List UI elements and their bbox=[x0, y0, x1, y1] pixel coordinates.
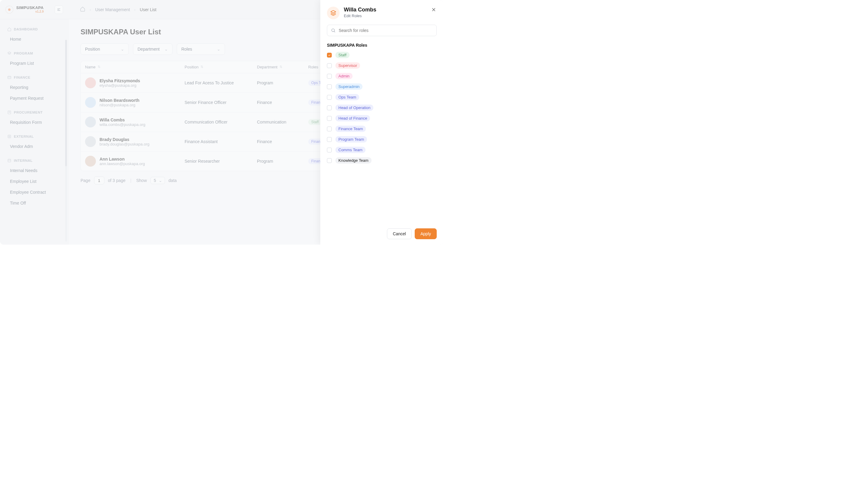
cell-department: Program bbox=[257, 80, 308, 85]
checkbox[interactable] bbox=[327, 105, 332, 110]
role-item-comms-team[interactable]: Comms Team bbox=[327, 147, 437, 153]
show-value: 5 bbox=[154, 178, 156, 183]
checkbox[interactable] bbox=[327, 95, 332, 100]
apply-button[interactable]: Apply bbox=[415, 228, 437, 239]
chevron-right-icon: › bbox=[134, 7, 136, 12]
role-item-admin[interactable]: Admin bbox=[327, 73, 437, 79]
checkbox[interactable] bbox=[327, 158, 332, 163]
home-icon[interactable] bbox=[80, 6, 85, 13]
search-roles-input[interactable] bbox=[339, 28, 433, 33]
role-item-head-of-operation[interactable]: Head of Operation bbox=[327, 105, 437, 111]
cell-department: Program bbox=[257, 159, 308, 164]
role-label: Head of Finance bbox=[335, 115, 370, 122]
filter-position[interactable]: Position ⌄ bbox=[81, 43, 129, 55]
sidebar-item-requisition-form[interactable]: Requisition Form bbox=[0, 117, 68, 128]
role-label: Program Team bbox=[335, 136, 367, 142]
sidebar-item-time-off[interactable]: Time Off bbox=[0, 198, 68, 208]
checkbox[interactable] bbox=[327, 74, 332, 79]
search-roles-input-wrapper[interactable] bbox=[327, 25, 437, 36]
cell-name: Willa Combs willa.combs@puskapa.org bbox=[85, 116, 185, 128]
th-department[interactable]: Department bbox=[257, 65, 308, 69]
sidebar-item-program-list[interactable]: Program List bbox=[0, 58, 68, 69]
user-name: Brady Douglas bbox=[99, 137, 149, 142]
sidebar: DASHBOARDHomePROGRAMProgram ListFINANCER… bbox=[0, 19, 68, 245]
role-label: Comms Team bbox=[335, 147, 366, 153]
user-email: nilson@puskapa.org bbox=[99, 103, 140, 107]
role-item-head-of-finance[interactable]: Head of Finance bbox=[327, 115, 437, 122]
avatar bbox=[85, 116, 96, 128]
page-input[interactable] bbox=[94, 176, 104, 184]
role-item-superadmin[interactable]: Superadmin bbox=[327, 83, 437, 90]
page-label: Page bbox=[81, 178, 91, 183]
user-name: Elysha Fitzsymonds bbox=[99, 78, 140, 83]
close-icon bbox=[431, 7, 436, 12]
checkbox[interactable] bbox=[327, 127, 332, 131]
role-label: Knowledge Team bbox=[335, 157, 372, 164]
checkbox[interactable] bbox=[327, 53, 332, 58]
avatar bbox=[85, 97, 96, 108]
cell-name: Elysha Fitzsymonds elysha@puskapa.org bbox=[85, 77, 185, 88]
checkbox[interactable] bbox=[327, 148, 332, 152]
svg-rect-4 bbox=[8, 76, 11, 79]
sidebar-item-employee-list[interactable]: Employee List bbox=[0, 176, 68, 187]
scrollbar-thumb[interactable] bbox=[65, 40, 67, 166]
th-position[interactable]: Position bbox=[185, 65, 257, 69]
nav-section-label: PROGRAM bbox=[14, 52, 33, 55]
sort-icon bbox=[279, 65, 283, 69]
role-item-staff[interactable]: Staff bbox=[327, 52, 437, 58]
role-label: Finance Team bbox=[335, 126, 366, 132]
user-name: Ann Lawson bbox=[99, 157, 145, 162]
role-item-ops-team[interactable]: Ops Team bbox=[327, 94, 437, 100]
role-item-knowledge-team[interactable]: Knowledge Team bbox=[327, 157, 437, 164]
user-name: Willa Combs bbox=[99, 117, 145, 122]
filter-department[interactable]: Department ⌄ bbox=[133, 43, 173, 55]
show-select[interactable]: 5 ⌄ bbox=[151, 177, 165, 184]
breadcrumb-user-management[interactable]: User Management bbox=[95, 7, 130, 12]
logo-icon bbox=[5, 6, 13, 13]
sidebar-item-home[interactable]: Home bbox=[0, 34, 68, 44]
filter-roles[interactable]: Roles ⌄ bbox=[177, 43, 225, 55]
edit-roles-drawer: Willa Combs Edit Roles SIMPUSKAPA Roles … bbox=[320, 0, 443, 245]
checkbox[interactable] bbox=[327, 84, 332, 89]
breadcrumb-current: User List bbox=[140, 7, 157, 12]
cell-position: Senior Researcher bbox=[185, 159, 257, 164]
role-item-supervisor[interactable]: Supervisor bbox=[327, 62, 437, 69]
checkbox[interactable] bbox=[327, 137, 332, 142]
brand-block: SIMPUSKAPA v1.2.9 bbox=[0, 0, 68, 19]
page-of-text: of 3 page bbox=[108, 178, 125, 183]
role-label: Ops Team bbox=[335, 94, 359, 100]
role-item-finance-team[interactable]: Finance Team bbox=[327, 126, 437, 132]
user-email: willa.combs@puskapa.org bbox=[99, 122, 145, 127]
nav-section-program: PROGRAM bbox=[0, 49, 68, 58]
sort-icon bbox=[200, 65, 204, 69]
chevron-down-icon: ⌄ bbox=[217, 47, 220, 52]
role-label: Admin bbox=[335, 73, 352, 79]
sidebar-toggle-button[interactable] bbox=[55, 5, 63, 14]
sidebar-item-employee-contract[interactable]: Employee Contract bbox=[0, 187, 68, 198]
sidebar-item-reporting[interactable]: Reporting bbox=[0, 82, 68, 93]
brand-name: SIMPUSKAPA bbox=[16, 6, 44, 10]
checkbox[interactable] bbox=[327, 116, 332, 121]
filter-label: Roles bbox=[181, 47, 192, 52]
cell-position: Communication Officer bbox=[185, 119, 257, 125]
role-label: Supervisor bbox=[335, 62, 360, 69]
nav-section-label: PROCUREMENT bbox=[14, 110, 43, 114]
sidebar-item-internal-needs[interactable]: Internal Needs bbox=[0, 165, 68, 176]
drawer-subtitle: Edit Roles bbox=[344, 13, 376, 18]
role-item-program-team[interactable]: Program Team bbox=[327, 136, 437, 142]
avatar bbox=[85, 136, 96, 147]
checkbox[interactable] bbox=[327, 63, 332, 68]
sidebar-item-payment-request[interactable]: Payment Request bbox=[0, 93, 68, 104]
cell-name: Nilson Beardsworth nilson@puskapa.org bbox=[85, 97, 185, 108]
sidebar-item-vendor-adm[interactable]: Vendor Adm bbox=[0, 141, 68, 152]
drawer-title: Willa Combs bbox=[344, 7, 376, 13]
chevron-down-icon: ⌄ bbox=[164, 47, 168, 52]
cancel-button[interactable]: Cancel bbox=[387, 228, 412, 239]
close-button[interactable] bbox=[431, 7, 437, 13]
data-label: data bbox=[168, 178, 177, 183]
th-name[interactable]: Name bbox=[85, 65, 185, 69]
user-name: Nilson Beardsworth bbox=[99, 98, 140, 103]
cell-department: Finance bbox=[257, 139, 308, 144]
avatar bbox=[85, 77, 96, 88]
separator: | bbox=[129, 178, 133, 183]
